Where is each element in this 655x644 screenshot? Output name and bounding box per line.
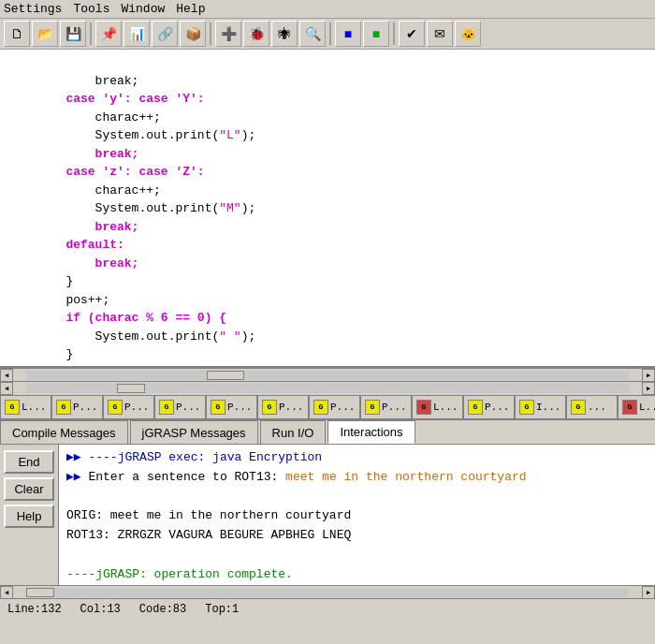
- file-tab-label-9: P...: [485, 402, 509, 413]
- hscroll-right-arrow[interactable]: [642, 369, 655, 382]
- console-scroll-left[interactable]: [0, 586, 13, 599]
- exec-arrow: ▶▶: [66, 450, 81, 464]
- editor-hscrollbar[interactable]: [0, 368, 655, 381]
- rot13-line: ROT13: ZRRGZR VAGURA BEGURE APBHEG LNEQ: [66, 526, 648, 546]
- tab-run-io[interactable]: Run I/O: [260, 420, 327, 444]
- file-tabs-bar: G L... G P... G P... G P... G P... G P..…: [0, 394, 655, 420]
- orig-line: ORIG: meet me in the northern courtyard: [66, 506, 648, 526]
- console-hscrollbar[interactable]: [0, 585, 655, 598]
- menubar: Settings Tools Window Help: [0, 0, 655, 19]
- prompt-line: ▶▶ Enter a sentence to ROT13: meet me in…: [66, 468, 648, 488]
- file-tab-2[interactable]: G P...: [103, 395, 154, 419]
- console-scroll-track[interactable]: [26, 588, 629, 597]
- cat-button[interactable]: 🐱: [455, 21, 481, 47]
- tab-interactions[interactable]: Interactions: [328, 420, 415, 444]
- separator-3: [329, 22, 331, 45]
- new-file-button[interactable]: 🗋: [4, 21, 30, 47]
- prompt-arrow-1: ▶▶: [66, 470, 81, 484]
- file-tab-label-8: L...: [433, 402, 458, 413]
- file-tab-3[interactable]: G P...: [154, 395, 206, 419]
- hscroll-thumb[interactable]: [207, 371, 244, 380]
- menu-window[interactable]: Window: [121, 2, 165, 16]
- blank-line: [66, 488, 648, 507]
- file-tab-icon-4: G: [211, 400, 226, 415]
- code-content: break; case 'y': case 'Y': charac++; Sys…: [0, 50, 655, 368]
- file-tab-icon-8: G: [416, 400, 431, 415]
- file-tab-8[interactable]: G L...: [412, 395, 463, 419]
- tab-compile-messages[interactable]: Compile Messages: [0, 420, 128, 444]
- green-rect-button[interactable]: ■: [363, 21, 389, 47]
- file-tab-0[interactable]: G L...: [0, 395, 51, 419]
- file-tab-icon-0: G: [5, 400, 20, 415]
- input-text: meet me in the northern courtyard: [285, 470, 526, 484]
- prompt-text: Enter a sentence to ROT13:: [88, 470, 285, 484]
- console-scroll-thumb[interactable]: [26, 588, 54, 597]
- console-scroll-right[interactable]: [642, 586, 655, 599]
- hscroll-left-arrow[interactable]: [0, 369, 13, 382]
- menu-tools[interactable]: Tools: [73, 2, 109, 16]
- separator-1: [90, 22, 92, 45]
- file-tab-label-6: P...: [330, 402, 355, 413]
- file-tab-4[interactable]: G P...: [206, 395, 257, 419]
- clear-button[interactable]: Clear: [4, 477, 54, 501]
- file-tab-label-0: L...: [22, 402, 46, 413]
- hscroll-track[interactable]: [26, 371, 629, 380]
- separator-2: [210, 22, 211, 45]
- console-area: End Clear Help ▶▶ ----jGRASP exec: java …: [0, 445, 655, 585]
- check-button[interactable]: ✔: [399, 21, 425, 47]
- barchart-button[interactable]: 📊: [124, 21, 150, 47]
- file-tab-label-11: ...: [588, 402, 606, 413]
- file-tab-label-12: L...: [639, 402, 655, 413]
- tab-jgrasp-messages[interactable]: jGRASP Messages: [130, 420, 258, 444]
- status-col: Col:13: [80, 603, 121, 616]
- bottom-tabs-bar: Compile Messages jGRASP Messages Run I/O…: [0, 420, 655, 445]
- file-tab-label-1: P...: [73, 402, 97, 413]
- file-tab-6[interactable]: G P...: [309, 395, 360, 419]
- exec-line: ▶▶ ----jGRASP exec: java Encryption: [66, 448, 648, 468]
- status-line: Line:132: [7, 603, 62, 616]
- file-tab-1[interactable]: G P...: [51, 395, 103, 419]
- file-tab-9[interactable]: G P...: [463, 395, 515, 419]
- file-tab-label-4: P...: [227, 402, 252, 413]
- filetabs-thumb[interactable]: [117, 384, 145, 393]
- toolbar: 🗋 📂 💾 📌 📊 🔗 📦 ➕ 🐞 🕷 🔍 ■ ■ ✔ ✉ 🐱: [0, 19, 655, 50]
- filetabs-scroll-right[interactable]: [642, 382, 655, 395]
- filetabs-track[interactable]: [26, 384, 629, 393]
- file-tab-icon-3: G: [159, 400, 174, 415]
- pin-button[interactable]: 📌: [95, 21, 122, 47]
- file-tab-icon-1: G: [56, 400, 71, 415]
- save-button[interactable]: 💾: [60, 21, 86, 47]
- file-tab-10[interactable]: G I...: [515, 395, 566, 419]
- menu-help[interactable]: Help: [176, 2, 205, 16]
- filetabs-scrollbar[interactable]: [0, 381, 655, 394]
- menu-settings[interactable]: Settings: [4, 2, 62, 16]
- file-tab-12[interactable]: G L...: [618, 395, 655, 419]
- file-tab-7[interactable]: G P...: [360, 395, 412, 419]
- complete-line: ----jGRASP: operation complete.: [66, 565, 648, 585]
- file-tab-label-5: P...: [279, 402, 303, 413]
- open-button[interactable]: 📂: [32, 21, 58, 47]
- file-tab-label-3: P...: [176, 402, 200, 413]
- separator-4: [393, 22, 395, 45]
- code-editor[interactable]: break; case 'y': case 'Y': charac++; Sys…: [0, 50, 655, 368]
- file-tab-icon-6: G: [313, 400, 328, 415]
- blue-rect-button[interactable]: ■: [335, 21, 361, 47]
- bug-button[interactable]: 🐞: [243, 21, 269, 47]
- file-tab-icon-12: G: [622, 400, 637, 415]
- file-tab-11[interactable]: G ...: [566, 395, 618, 419]
- file-tab-icon-10: G: [519, 400, 534, 415]
- file-tab-5[interactable]: G P...: [257, 395, 309, 419]
- filetabs-scroll-left[interactable]: [0, 382, 13, 395]
- file-tab-label-2: P...: [124, 402, 149, 413]
- file-tab-icon-9: G: [468, 400, 483, 415]
- help-button[interactable]: Help: [4, 505, 54, 528]
- link-button[interactable]: 🔗: [152, 21, 178, 47]
- spider-button[interactable]: 🕷: [271, 21, 298, 47]
- console-buttons-panel: End Clear Help: [0, 445, 59, 585]
- mail-button[interactable]: ✉: [427, 21, 453, 47]
- end-button[interactable]: End: [4, 450, 54, 474]
- find-button[interactable]: 🔍: [299, 21, 326, 47]
- generate-button[interactable]: 📦: [180, 21, 206, 47]
- console-output[interactable]: ▶▶ ----jGRASP exec: java Encryption ▶▶ E…: [59, 445, 655, 585]
- add-button[interactable]: ➕: [215, 21, 241, 47]
